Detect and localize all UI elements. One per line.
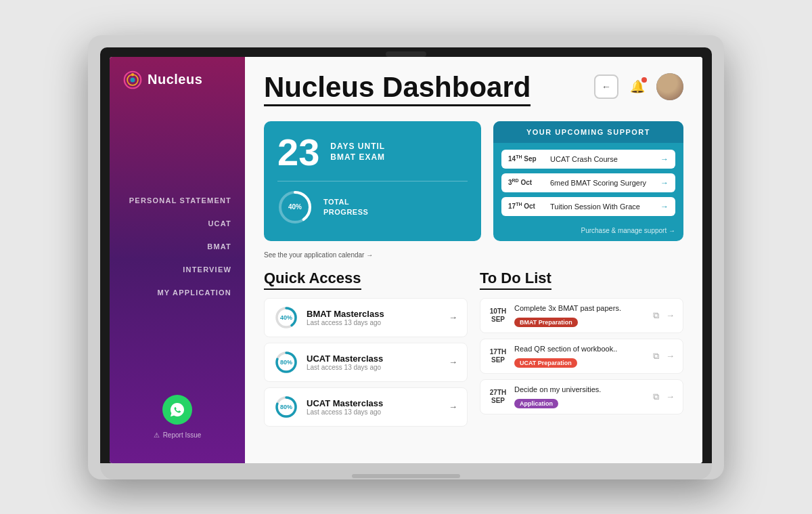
todo-edit-icon-1: ⧉ bbox=[653, 351, 659, 362]
qa-subtitle-0: Last access 13 days ago bbox=[307, 319, 441, 326]
sidebar-item-my-application[interactable]: My Application bbox=[110, 283, 245, 302]
sidebar: Nucleus Personal Statement UCAT BMAT Int… bbox=[110, 57, 245, 463]
qa-info-1: UCAT Masterclass Last access 13 days ago bbox=[307, 354, 441, 371]
sidebar-bottom: ⚠ Report Issue bbox=[110, 384, 245, 450]
qa-progress-1: 80% bbox=[274, 350, 298, 374]
header-actions: ← 🔔 bbox=[594, 73, 683, 100]
todo-task-2: Decide on my universities. bbox=[514, 385, 646, 393]
bmat-progress-row: 40% TOTALPROGRESS bbox=[277, 181, 468, 225]
todo-body-1: Read QR section of workbook.. UCAT Prepa… bbox=[514, 345, 646, 368]
calendar-link[interactable]: See the your application calendar → bbox=[264, 251, 373, 259]
todo-tag-0: BMAT Preparation bbox=[514, 318, 578, 327]
qa-subtitle-2: Last access 13 days ago bbox=[307, 408, 441, 416]
support-date-2: 17TH Oct bbox=[508, 202, 543, 210]
todo-arrow-1: → bbox=[666, 351, 675, 361]
camera-notch bbox=[386, 51, 426, 57]
todo-arrow-0: → bbox=[666, 310, 675, 320]
sidebar-item-personal-statement[interactable]: Personal Statement bbox=[110, 191, 245, 210]
todo-task-1: Read QR section of workbook.. bbox=[514, 345, 646, 353]
back-icon: ← bbox=[602, 81, 611, 92]
support-items-list: 14TH Sep UCAT Crash Course → 3RD Oct 6me… bbox=[493, 143, 683, 223]
support-arrow-0: → bbox=[660, 154, 669, 164]
todo-edit-icon-0: ⧉ bbox=[653, 310, 659, 321]
sidebar-item-ucat[interactable]: UCAT bbox=[110, 214, 245, 233]
qa-subtitle-1: Last access 13 days ago bbox=[307, 364, 441, 371]
qa-pct-1: 80% bbox=[280, 359, 292, 366]
support-manage-link[interactable]: Purchase & manage support → bbox=[493, 223, 683, 241]
qa-title-1: UCAT Masterclass bbox=[307, 354, 441, 364]
screen-bezel: Nucleus Personal Statement UCAT BMAT Int… bbox=[100, 47, 712, 463]
support-item-1[interactable]: 3RD Oct 6med BMAT Scoring Surgery → bbox=[501, 173, 675, 192]
todo-date-1: 17THSEP bbox=[489, 348, 508, 364]
warning-icon: ⚠ bbox=[154, 431, 160, 439]
progress-label: TOTALPROGRESS bbox=[323, 197, 368, 217]
todo-arrow-2: → bbox=[666, 391, 675, 402]
qa-title-2: UCAT Masterclass bbox=[307, 398, 441, 408]
support-title-1: 6med BMAT Scoring Surgery bbox=[550, 179, 654, 187]
todo-body-0: Complete 3x BMAT past papers. BMAT Prepa… bbox=[514, 304, 646, 327]
bottom-row: Quick Access 40% BMAT Masterclass bbox=[264, 270, 683, 432]
qa-arrow-1: → bbox=[449, 357, 457, 367]
quick-access-title: Quick Access bbox=[264, 270, 361, 290]
qa-info-0: BMAT Masterclass Last access 13 days ago bbox=[307, 309, 441, 326]
nucleus-logo-icon bbox=[123, 70, 142, 89]
whatsapp-icon bbox=[169, 402, 185, 418]
report-issue-button[interactable]: ⚠ Report Issue bbox=[154, 431, 202, 439]
avatar-image bbox=[656, 73, 683, 100]
support-item-0[interactable]: 14TH Sep UCAT Crash Course → bbox=[501, 150, 675, 169]
support-title-0: UCAT Crash Course bbox=[550, 155, 654, 163]
laptop-container: Nucleus Personal Statement UCAT BMAT Int… bbox=[88, 35, 724, 479]
main-content: Nucleus Dashboard ← 🔔 bbox=[245, 57, 702, 463]
user-avatar[interactable] bbox=[656, 73, 683, 100]
todo-tag-1: UCAT Preparation bbox=[514, 358, 577, 368]
notification-dot bbox=[641, 77, 647, 83]
todo-item-0[interactable]: 10THSEP Complete 3x BMAT past papers. BM… bbox=[480, 298, 683, 333]
support-title-2: Tuition Session With Grace bbox=[550, 202, 654, 211]
support-item-2[interactable]: 17TH Oct Tuition Session With Grace → bbox=[501, 197, 675, 216]
qa-title-0: BMAT Masterclass bbox=[307, 309, 441, 319]
sidebar-item-interview[interactable]: Interview bbox=[110, 260, 245, 279]
sidebar-nav: Personal Statement UCAT BMAT Interview M… bbox=[110, 110, 245, 384]
stats-row: 23 DAYS UNTILBMAT EXAM 40% T bbox=[264, 121, 683, 241]
support-arrow-1: → bbox=[660, 178, 669, 188]
todo-item-1[interactable]: 17THSEP Read QR section of workbook.. UC… bbox=[480, 339, 683, 374]
laptop-vent bbox=[352, 474, 460, 478]
todo-task-0: Complete 3x BMAT past papers. bbox=[514, 304, 646, 312]
qa-item-0[interactable]: 40% BMAT Masterclass Last access 13 days… bbox=[264, 298, 468, 337]
back-button[interactable]: ← bbox=[594, 74, 618, 99]
support-header: YOUR UPCOMING SUPPORT bbox=[493, 121, 683, 143]
qa-item-1[interactable]: 80% UCAT Masterclass Last access 13 days… bbox=[264, 343, 468, 382]
laptop-screen: Nucleus Personal Statement UCAT BMAT Int… bbox=[110, 57, 702, 463]
todo-item-2[interactable]: 27THSEP Decide on my universities. Appli… bbox=[480, 379, 683, 414]
qa-arrow-0: → bbox=[449, 312, 457, 322]
support-arrow-2: → bbox=[660, 202, 669, 211]
sidebar-item-bmat[interactable]: BMAT bbox=[110, 237, 245, 256]
bmat-top: 23 DAYS UNTILBMAT EXAM bbox=[277, 133, 468, 171]
support-date-1: 3RD Oct bbox=[508, 178, 543, 186]
quick-access-section: Quick Access 40% BMAT Masterclass bbox=[264, 270, 468, 432]
qa-arrow-2: → bbox=[449, 402, 457, 412]
upcoming-support-card: YOUR UPCOMING SUPPORT 14TH Sep UCAT Cras… bbox=[493, 121, 683, 241]
qa-item-2[interactable]: 80% UCAT Masterclass Last access 13 days… bbox=[264, 387, 468, 427]
sidebar-logo[interactable]: Nucleus bbox=[110, 70, 245, 110]
sidebar-logo-text: Nucleus bbox=[148, 72, 202, 87]
bmat-days-count: 23 bbox=[277, 133, 319, 171]
todo-edit-icon-2: ⧉ bbox=[653, 391, 659, 402]
total-progress-circle: 40% bbox=[277, 190, 313, 225]
page-title: Nucleus Dashboard bbox=[264, 73, 531, 106]
todo-title: To Do List bbox=[480, 270, 551, 290]
laptop-bottom bbox=[100, 463, 712, 479]
qa-progress-2: 80% bbox=[274, 395, 298, 419]
todo-tag-2: Application bbox=[514, 399, 558, 408]
todo-date-0: 10THSEP bbox=[489, 307, 508, 324]
bmat-days-label: DAYS UNTILBMAT EXAM bbox=[330, 142, 385, 163]
todo-body-2: Decide on my universities. Application bbox=[514, 385, 646, 408]
support-date-0: 14TH Sep bbox=[508, 154, 543, 163]
whatsapp-button[interactable] bbox=[162, 395, 192, 425]
svg-point-2 bbox=[131, 77, 135, 82]
bmat-countdown-card: 23 DAYS UNTILBMAT EXAM 40% T bbox=[264, 121, 481, 241]
notifications-button[interactable]: 🔔 bbox=[625, 74, 650, 99]
progress-percent-text: 40% bbox=[288, 203, 302, 211]
qa-pct-0: 40% bbox=[280, 314, 292, 321]
qa-info-2: UCAT Masterclass Last access 13 days ago bbox=[307, 398, 441, 416]
